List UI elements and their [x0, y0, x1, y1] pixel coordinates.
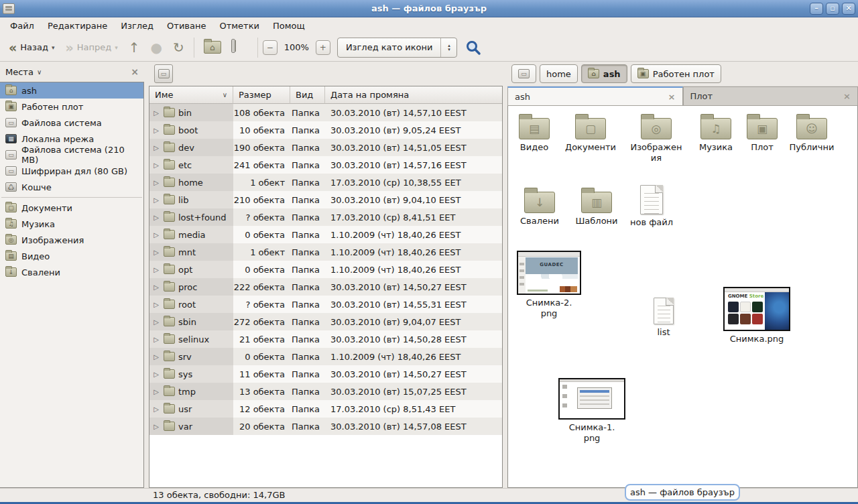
icon-view-item[interactable]: нов файл — [626, 185, 677, 228]
reload-button[interactable]: ↻ — [168, 38, 189, 57]
menu-item[interactable]: Отиване — [161, 19, 212, 32]
sidebar-item-шифриран-дял-80-gb-[interactable]: ▭ Шифриран дял (80 GB) — [0, 163, 143, 179]
places-dropdown-icon[interactable]: ∨ — [37, 68, 42, 76]
table-row[interactable]: ▷ selinux 21 обекта Папка 30.03.2010 (вт… — [149, 330, 502, 348]
breadcrumb-button[interactable]: ⌂ ash — [581, 64, 627, 83]
zoom-in-button[interactable]: + — [316, 40, 330, 55]
search-button[interactable] — [465, 40, 481, 56]
icon-view-item[interactable]: ▣ Плот — [741, 113, 783, 153]
expander-icon[interactable]: ▷ — [152, 179, 160, 186]
sidebar-item-файлова-система-210-mb-[interactable]: ▭ Файлова система (210 MB) — [0, 147, 143, 163]
up-button[interactable]: ↑ — [124, 38, 145, 57]
taskbar-window-button[interactable]: ash — файлов браузър — [625, 484, 740, 501]
forward-button[interactable]: » Напред ▾ — [60, 38, 122, 57]
icon-view-item[interactable]: ▤ Видео — [511, 113, 558, 153]
table-row[interactable]: ▷ sys 11 обекта Папка 30.03.2010 (вт) 14… — [149, 365, 502, 383]
table-row[interactable]: ▷ srv 0 обекта Папка 1.10.2009 (чт) 18,4… — [149, 348, 502, 365]
expander-icon[interactable]: ▷ — [152, 249, 160, 256]
places-close-button[interactable]: × — [131, 66, 139, 77]
back-dropdown-icon[interactable]: ▾ — [52, 44, 55, 51]
expander-icon[interactable]: ▷ — [152, 301, 160, 308]
expander-icon[interactable]: ▷ — [152, 109, 160, 117]
sidebar-item-свалени[interactable]: ↓ Свалени — [0, 264, 143, 280]
table-row[interactable]: ▷ usr 12 обекта Папка 17.03.2010 (ср) 8,… — [149, 400, 502, 418]
expander-icon[interactable]: ▷ — [152, 405, 160, 413]
table-row[interactable]: ▷ root ? обекта Папка 30.03.2010 (вт) 14… — [149, 296, 502, 313]
tab-close-icon[interactable]: × — [668, 92, 676, 102]
view-mode-select[interactable]: Изглед като икони ▴▾ — [337, 38, 458, 58]
pane-splitter[interactable] — [144, 62, 149, 488]
menu-item[interactable]: Отметки — [213, 19, 265, 32]
sidebar-item-кошче[interactable]: ♺ Кошче — [0, 179, 143, 195]
table-row[interactable]: ▷ home 1 обект Папка 17.03.2010 (ср) 10,… — [149, 174, 502, 191]
icon-view-item[interactable]: ▢ Документи — [559, 113, 622, 153]
zoom-out-button[interactable]: − — [263, 40, 278, 55]
expander-icon[interactable]: ▷ — [152, 371, 160, 378]
tab-плот[interactable]: Плот × — [683, 86, 858, 105]
minimize-button[interactable]: – — [810, 3, 823, 15]
table-row[interactable]: ▷ tmp 13 обекта Папка 30.03.2010 (вт) 15… — [149, 383, 502, 400]
expander-icon[interactable]: ▷ — [152, 214, 160, 221]
column-header-type[interactable]: Вид — [290, 86, 325, 104]
table-row[interactable]: ▷ bin 108 обекта Папка 30.03.2010 (вт) 1… — [149, 104, 502, 121]
icon-view-item[interactable]: GUADEC Снимка-2. png — [513, 251, 585, 320]
menu-item[interactable]: Файл — [4, 19, 40, 32]
expander-icon[interactable]: ▷ — [152, 284, 160, 291]
expander-icon[interactable]: ▷ — [152, 231, 160, 239]
breadcrumb-button[interactable]: home — [540, 64, 578, 83]
sidebar-item-ash[interactable]: ⌂ ash — [0, 82, 143, 99]
expander-icon[interactable]: ▷ — [152, 388, 160, 395]
column-header-size[interactable]: Размер — [233, 86, 290, 104]
computer-button[interactable] — [227, 38, 253, 57]
column-header-date[interactable]: Дата на промяна — [325, 86, 502, 104]
tab-ash[interactable]: ash × — [507, 86, 683, 105]
home-button[interactable]: ⌂ — [199, 38, 226, 56]
spinner-arrows-icon[interactable]: ▴▾ — [440, 38, 456, 57]
table-row[interactable]: ▷ lib 210 обекта Папка 30.03.2010 (вт) 9… — [149, 191, 502, 208]
menu-item[interactable]: Изглед — [115, 19, 160, 32]
table-row[interactable]: ▷ lost+found ? обекта Папка 17.03.2010 (… — [149, 208, 502, 226]
expander-icon[interactable]: ▷ — [152, 144, 160, 151]
expander-icon[interactable]: ▷ — [152, 336, 160, 343]
sidebar-item-файлова-система[interactable]: ▭ Файлова система — [0, 115, 143, 131]
expander-icon[interactable]: ▷ — [152, 353, 160, 361]
expander-icon[interactable]: ▷ — [152, 196, 160, 204]
sidebar-item-музика[interactable]: ♫ Музика — [0, 216, 143, 232]
sidebar-item-документи[interactable]: ▢ Документи — [0, 200, 143, 216]
menu-item[interactable]: Помощ — [267, 19, 311, 32]
close-button[interactable]: ✕ — [842, 3, 855, 15]
table-row[interactable]: ▷ proc 222 обекта Папка 30.03.2010 (вт) … — [149, 278, 502, 296]
expander-icon[interactable]: ▷ — [152, 318, 160, 326]
forward-dropdown-icon[interactable]: ▾ — [115, 44, 118, 51]
table-row[interactable]: ▷ etc 241 обекта Папка 30.03.2010 (вт) 1… — [149, 156, 502, 174]
expander-icon[interactable]: ▷ — [152, 423, 160, 430]
table-row[interactable]: ▷ sbin 272 обекта Папка 30.03.2010 (вт) … — [149, 313, 502, 330]
table-row[interactable]: ▷ mnt 1 обект Папка 1.10.2009 (чт) 18,40… — [149, 243, 502, 261]
icon-view-item[interactable]: ♫ Музика — [689, 113, 743, 153]
sidebar-item-работен-плот[interactable]: ▣ Работен плот — [0, 99, 143, 115]
table-row[interactable]: ▷ media 0 обекта Папка 1.10.2009 (чт) 18… — [149, 226, 502, 243]
icon-view-item[interactable]: ☺ Публични — [783, 113, 841, 153]
location-root-button[interactable]: ▭ — [154, 64, 173, 83]
menu-item[interactable]: Редактиране — [42, 19, 113, 32]
icon-view-item[interactable]: Снимка-1. png — [558, 378, 626, 444]
expander-icon[interactable]: ▷ — [152, 127, 160, 134]
back-button[interactable]: « Назад ▾ — [4, 38, 59, 57]
table-row[interactable]: ▷ opt 0 обекта Папка 1.10.2009 (чт) 18,4… — [149, 261, 502, 278]
icon-view-item[interactable]: ▥ Шаблони — [568, 186, 625, 227]
pane-splitter[interactable] — [503, 62, 507, 488]
stop-button[interactable]: ● — [145, 38, 166, 57]
expander-icon[interactable]: ▷ — [152, 162, 160, 169]
places-title[interactable]: Места — [5, 67, 34, 77]
breadcrumb-button[interactable]: ▭ — [511, 64, 536, 83]
maximize-button[interactable]: ▫ — [826, 3, 839, 15]
tab-close-icon[interactable]: × — [843, 91, 851, 101]
expander-icon[interactable]: ▷ — [152, 266, 160, 273]
icon-view-item[interactable]: GNOME Store Снимка.png — [721, 287, 792, 344]
table-row[interactable]: ▷ boot 10 обекта Папка 30.03.2010 (вт) 9… — [149, 121, 502, 139]
icon-view-item[interactable]: list — [644, 298, 684, 338]
icon-view-item[interactable]: ◎ Изображен ия — [626, 113, 686, 164]
column-header-name[interactable]: Име ∨ — [149, 86, 233, 104]
sidebar-item-изображения[interactable]: ◎ Изображения — [0, 232, 143, 248]
breadcrumb-button[interactable]: ▣ Работен плот — [631, 64, 721, 83]
